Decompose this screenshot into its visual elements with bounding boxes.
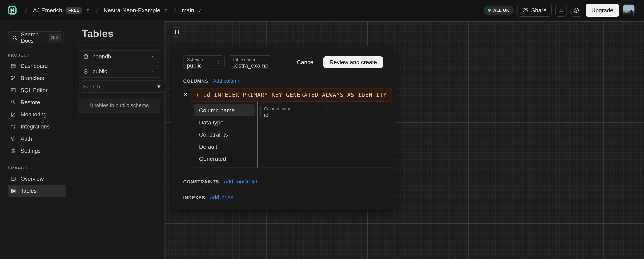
chevrons-up-down-icon[interactable] [86, 8, 90, 13]
add-column-link[interactable]: Add column [213, 78, 240, 84]
shield-user-icon [10, 136, 16, 142]
users-icon [522, 7, 528, 13]
status-badge[interactable]: ALL OK [484, 5, 514, 15]
help-button[interactable] [570, 4, 582, 17]
tab-data-type[interactable]: Data type [194, 117, 254, 128]
database-icon [83, 54, 89, 59]
line-chart-icon [10, 112, 16, 117]
circle-question-icon [573, 7, 579, 13]
column-sql-preview: + id INTEGER PRIMARY KEY GENERATED ALWAY… [191, 88, 392, 102]
sidebar-item-restore[interactable]: Restore [8, 96, 66, 108]
branch-name: main [182, 7, 194, 14]
database-name: neondb [92, 53, 111, 60]
search-docs-label: Search Docs [21, 31, 46, 44]
table-search-input[interactable] [83, 83, 154, 90]
database-select[interactable]: neondb [79, 50, 160, 63]
collapse-panel-button[interactable] [172, 27, 181, 37]
table-grid-icon [10, 188, 16, 194]
schema-select-value: public [187, 62, 221, 69]
plan-badge: FREE [66, 7, 82, 14]
column-editor-tabs: Column name Data type Constraints Defaul… [191, 102, 258, 168]
column-name-input[interactable] [264, 112, 323, 118]
topbar: / AJ Emerich FREE / Kestra-Neon-Example … [0, 0, 644, 21]
sidebar-item-overview[interactable]: Overview [8, 173, 66, 185]
columns-section-label: COLUMNS [183, 78, 208, 84]
search-docs-button[interactable]: Search Docs ⌘K [8, 31, 64, 44]
sidebar-item-monitoring[interactable]: Monitoring [8, 108, 66, 121]
neon-logo-icon[interactable] [8, 5, 17, 15]
create-table-dialog: Schema public Table name Cancel Review a… [172, 46, 394, 210]
add-constraint-link[interactable]: Add constraint [224, 179, 257, 185]
sidebar: Search Docs ⌘K PROJECT Dashboard Branche… [0, 21, 74, 259]
tables-panel-header: Tables [75, 21, 164, 46]
tab-default[interactable]: Default [194, 141, 254, 153]
schema-select[interactable]: public [79, 65, 160, 78]
empty-tables-message: 0 tables in public schema [79, 98, 160, 113]
browser-window-icon [10, 176, 16, 182]
breadcrumb-branch[interactable]: main [182, 7, 202, 14]
table-name-field[interactable]: Table name [229, 55, 272, 69]
schema-name: public [92, 68, 107, 75]
table-name-input[interactable] [232, 62, 268, 69]
browser-window-icon [10, 63, 16, 69]
sidebar-item-branches[interactable]: Branches [8, 72, 66, 84]
share-button[interactable]: Share [518, 4, 552, 17]
notifications-button[interactable] [555, 4, 567, 17]
panel-left-close-icon [173, 29, 179, 35]
cancel-button[interactable]: Cancel [297, 59, 315, 65]
sidebar-item-tables[interactable]: Tables [8, 185, 66, 197]
topbar-actions: ALL OK Share [484, 4, 634, 17]
project-name: Kestra-Neon-Example [104, 7, 160, 14]
git-branch-icon [10, 75, 16, 81]
bell-icon [558, 7, 564, 13]
column-sql-text: + id INTEGER PRIMARY KEY GENERATED ALWAY… [196, 92, 387, 98]
indexes-section-label: INDEXES [183, 195, 205, 200]
tab-constraints[interactable]: Constraints [194, 129, 254, 140]
breadcrumb-separator: / [174, 6, 176, 14]
tables-panel: Tables neondb public [75, 21, 165, 259]
tab-column-name[interactable]: Column name [194, 104, 254, 116]
breadcrumb-separator: / [25, 6, 28, 14]
chevron-down-icon [151, 69, 156, 74]
history-clock-icon [10, 99, 16, 105]
status-ok-dot [488, 9, 491, 12]
breadcrumb-project[interactable]: Kestra-Neon-Example [104, 7, 168, 14]
dialog-schema-select[interactable]: Schema public [183, 55, 224, 69]
breadcrumb-separator: / [96, 6, 98, 14]
avatar[interactable] [623, 4, 634, 16]
chevron-down-icon [151, 54, 156, 59]
table-name-label: Table name [232, 57, 268, 62]
table-search-field[interactable] [79, 80, 165, 93]
review-and-create-button[interactable]: Review and create [323, 56, 383, 68]
share-label: Share [531, 7, 546, 14]
shortcut-badge: ⌘K [49, 34, 61, 42]
column-name-field[interactable]: Column name [260, 105, 326, 118]
status-label: ALL OK [493, 8, 509, 13]
sidebar-item-sql-editor[interactable]: SQL Editor [8, 84, 66, 96]
sidebar-item-integrations[interactable]: Integrations [8, 121, 66, 133]
tab-generated[interactable]: Generated [194, 153, 254, 165]
section-label-project: PROJECT [8, 53, 74, 58]
filter-icon[interactable] [156, 84, 162, 89]
chevrons-up-down-icon[interactable] [197, 8, 202, 13]
sidebar-item-auth[interactable]: Auth [8, 133, 66, 145]
main-canvas: Schema public Table name Cancel Review a… [165, 21, 644, 259]
add-index-link[interactable]: Add index [210, 195, 233, 201]
chevrons-up-down-icon[interactable] [163, 8, 168, 13]
sidebar-item-settings[interactable]: Settings [8, 145, 66, 157]
route-icon [10, 124, 16, 129]
remove-column-button[interactable]: × [183, 91, 191, 98]
schema-select-label: Schema [187, 57, 221, 62]
page-title: Tables [82, 28, 114, 39]
section-label-branch: BRANCH [8, 166, 74, 170]
upgrade-button[interactable]: Upgrade [586, 4, 619, 17]
search-icon [12, 35, 18, 40]
schema-nodes-icon [83, 68, 89, 74]
breadcrumb-account[interactable]: AJ Emerich FREE [33, 7, 90, 14]
gear-icon [10, 148, 16, 154]
chevrons-up-down-icon [216, 60, 221, 65]
terminal-square-icon [10, 87, 16, 93]
column-name-label: Column name [264, 106, 323, 111]
constraints-section-label: CONSTRAINTS [183, 179, 219, 185]
sidebar-item-dashboard[interactable]: Dashboard [8, 60, 66, 72]
